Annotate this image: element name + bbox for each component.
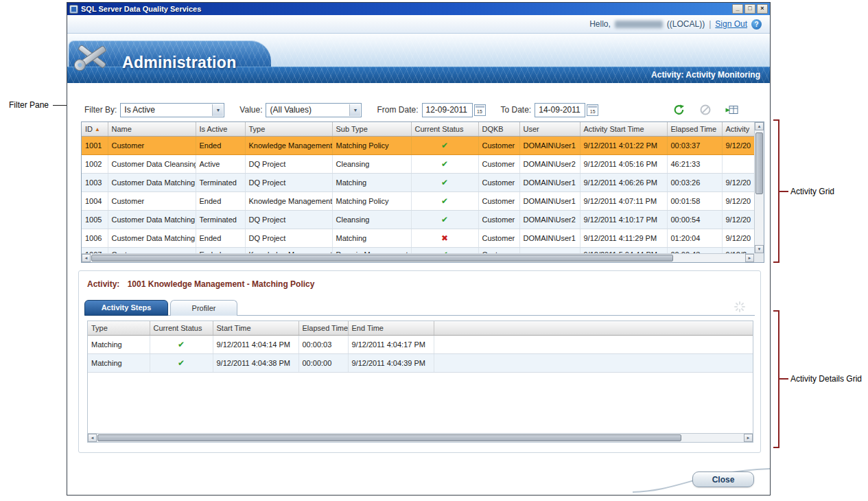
column-header-dqkb[interactable]: DQKB	[478, 122, 519, 136]
horizontal-scrollbar[interactable]: ◄ ►	[82, 253, 754, 262]
to-date-calendar-icon[interactable]: 15	[587, 104, 598, 116]
grid-header-row: ID▲ Name Is Active Type Sub Type Current…	[82, 122, 755, 136]
cell-type: DQ Project	[245, 210, 332, 229]
column-header-current-status[interactable]: Current Status	[411, 122, 478, 136]
cell-type: DQ Project	[245, 154, 332, 173]
chevron-down-icon: ▼	[349, 104, 360, 116]
terminate-icon	[699, 104, 712, 116]
activity-row[interactable]: 1001 Customer Ended Knowledge Management…	[82, 136, 755, 154]
horizontal-scroll-thumb[interactable]	[91, 255, 673, 261]
detail-row[interactable]: Matching ✔ 9/12/2011 4:04:38 PM 00:00:00…	[88, 353, 753, 372]
details-column-start-time[interactable]: Start Time	[213, 321, 298, 335]
cell-id: 1003	[82, 173, 108, 191]
details-header-value: 1001 Knowledge Management - Matching Pol…	[128, 279, 315, 289]
cell-user: DOMAIN\User1	[519, 136, 580, 154]
cell-type: DQ Project	[245, 173, 332, 191]
cell-type: Knowledge Management	[245, 136, 332, 154]
activity-context-label: Activity: Activity Monitoring	[651, 67, 760, 83]
cell-id: 1002	[82, 154, 108, 173]
detail-row[interactable]: Matching ✔ 9/12/2011 4:04:14 PM 00:00:03…	[88, 335, 753, 353]
tab-profiler[interactable]: Profiler	[170, 300, 237, 316]
details-column-elapsed-time[interactable]: Elapsed Time	[298, 321, 348, 335]
activity-row[interactable]: 1003 Customer Data Matching Terminated D…	[82, 173, 755, 191]
cell-elapsed-time: 00:01:58	[667, 191, 722, 210]
activity-row[interactable]: 1004 Customer Ended Knowledge Management…	[82, 191, 755, 210]
column-header-id[interactable]: ID▲	[82, 122, 108, 136]
tools-icon	[70, 36, 115, 80]
details-column-end-time[interactable]: End Time	[348, 321, 434, 335]
session-bar: Hello, ((LOCAL)) | Sign Out ?	[67, 15, 770, 34]
to-date-input[interactable]: 14-09-2011	[535, 103, 585, 117]
cell-type: Knowledge Management	[245, 191, 332, 210]
refresh-icon[interactable]	[672, 104, 686, 116]
cell-end-time: 9/12/20	[722, 210, 755, 229]
details-header: Activity: 1001 Knowledge Management - Ma…	[87, 279, 314, 289]
scroll-right-button[interactable]: ►	[745, 254, 754, 262]
activity-grid-body: 1001 Customer Ended Knowledge Management…	[82, 136, 755, 255]
cell-end-time: 9/12/2011 4:04:39 PM	[348, 353, 434, 372]
activity-row[interactable]: 1006 Customer Data Matching Ended DQ Pro…	[82, 229, 755, 247]
app-icon	[69, 5, 78, 14]
details-horizontal-scrollbar[interactable]: ◄ ►	[88, 433, 753, 442]
details-column-current-status[interactable]: Current Status	[150, 321, 213, 335]
cell-user: DOMAIN\User1	[519, 191, 580, 210]
filter-by-dropdown[interactable]: Is Active ▼	[120, 103, 224, 117]
close-button[interactable]: Close	[692, 471, 754, 487]
scroll-down-button[interactable]: ▼	[755, 245, 764, 253]
cell-name: Customer	[108, 136, 196, 154]
cell-is-active: Ended	[196, 191, 245, 210]
export-icon[interactable]	[725, 104, 738, 116]
close-window-button[interactable]: ×	[757, 4, 768, 14]
activity-row[interactable]: 1005 Customer Data Matching Terminated D…	[82, 210, 755, 229]
window-title: SQL Server Data Quality Services	[81, 5, 731, 13]
column-header-sub-type[interactable]: Sub Type	[332, 122, 411, 136]
scroll-up-button[interactable]: ▲	[755, 122, 764, 130]
details-column-type[interactable]: Type	[88, 321, 150, 335]
cell-elapsed-time: 00:03:26	[667, 173, 722, 191]
cell-id: 1006	[82, 229, 108, 247]
from-date-input[interactable]: 12-09-2011	[422, 103, 473, 117]
column-header-is-active[interactable]: Is Active	[196, 122, 245, 136]
local-label: ((LOCAL))	[667, 19, 705, 29]
scroll-left-button[interactable]: ◄	[82, 254, 91, 262]
maximize-button[interactable]: □	[744, 4, 755, 14]
app-window: SQL Server Data Quality Services _ □ × H…	[67, 2, 771, 496]
activity-row[interactable]: 1002 Customer Data Cleansing Active DQ P…	[82, 154, 755, 173]
details-scroll-left-button[interactable]: ◄	[88, 434, 97, 442]
column-header-activity-end[interactable]: Activity	[722, 122, 755, 136]
cell-elapsed-time: 46:21:33	[667, 154, 722, 173]
column-header-type[interactable]: Type	[245, 122, 332, 136]
from-date-label: From Date:	[377, 105, 418, 115]
cell-name: Customer Data Matching	[108, 173, 196, 191]
help-icon[interactable]: ?	[751, 19, 762, 30]
cell-type: Matching	[88, 335, 150, 353]
screenshot-canvas: Filter Pane Activity Grid Activity Detai…	[0, 0, 868, 501]
vertical-scroll-thumb[interactable]	[755, 132, 763, 194]
cell-elapsed-time: 00:03:37	[667, 136, 722, 154]
activity-grid-table: ID▲ Name Is Active Type Sub Type Current…	[82, 122, 756, 255]
filter-by-value: Is Active	[124, 105, 155, 115]
activity-details-panel: Activity: 1001 Knowledge Management - Ma…	[78, 270, 761, 453]
column-header-elapsed-time[interactable]: Elapsed Time	[667, 122, 722, 136]
from-date-calendar-icon[interactable]: 15	[474, 104, 486, 116]
minimize-button[interactable]: _	[732, 4, 743, 14]
column-header-start-time[interactable]: Activity Start Time	[580, 122, 667, 136]
details-scroll-right-button[interactable]: ►	[744, 434, 753, 442]
details-horizontal-scroll-thumb[interactable]	[97, 434, 681, 441]
cell-end-time: 9/12/20	[722, 191, 755, 210]
tab-activity-steps[interactable]: Activity Steps	[84, 300, 168, 316]
cell-user: DOMAIN\User2	[519, 210, 580, 229]
value-label: Value:	[239, 105, 262, 115]
activity-grid: ID▲ Name Is Active Type Sub Type Current…	[81, 121, 764, 263]
cell-id: 1001	[82, 136, 108, 154]
value-dropdown[interactable]: (All Values) ▼	[266, 103, 362, 117]
column-header-user[interactable]: User	[519, 122, 580, 136]
cell-dqkb: Customer	[478, 229, 519, 247]
cell-start-time: 9/12/2011 4:04:38 PM	[213, 353, 298, 372]
annotation-activity-grid-bracket	[773, 119, 779, 263]
cell-filler	[434, 335, 753, 353]
column-header-name[interactable]: Name	[108, 122, 196, 136]
sign-out-link[interactable]: Sign Out	[715, 19, 747, 29]
filter-pane: Filter By: Is Active ▼ Value: (All Value…	[81, 97, 756, 122]
vertical-scrollbar[interactable]: ▲ ▼	[754, 122, 764, 253]
